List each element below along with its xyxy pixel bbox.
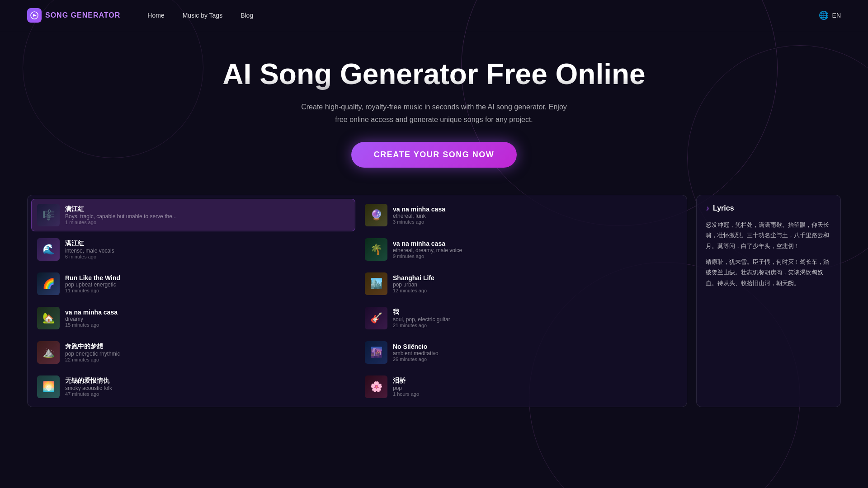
song-item-left-4[interactable]: ⛰️ 奔跑中的梦想 pop energetic rhythmic 22 minu… [31, 336, 355, 369]
song-tags: dreamy [65, 316, 349, 322]
lyrics-paragraph: 靖康耻，犹未雪。臣子恨，何时灭！驾长车，踏破贺兰山缺。壮志饥餐胡虏肉，笑谈渴饮匈… [706, 257, 831, 288]
song-columns: 🎼 满江红 Boys, tragic, capable but unable t… [31, 199, 683, 403]
song-thumb: 🏙️ [365, 272, 387, 295]
song-info: va na minha casa ethereal, funk 3 minute… [393, 206, 677, 225]
song-thumb: 🌴 [365, 238, 387, 261]
song-item-left-1[interactable]: 🌊 满江红 intense, male vocals 6 minutes ago [31, 233, 355, 266]
song-title: 满江红 [65, 205, 349, 213]
nav-links: Home Music by Tags Blog [147, 12, 818, 19]
song-info: va na minha casa ethereal, dreamy, male … [393, 240, 677, 259]
song-title: No Silêncio [393, 343, 677, 350]
hero-subtitle: Create high-quality, royalty-free music … [298, 101, 570, 125]
song-tags: ethereal, funk [393, 213, 677, 219]
song-tags: Boys, tragic, capable but unable to serv… [65, 213, 349, 220]
song-item-left-3[interactable]: 🏡 va na minha casa dreamy 15 minutes ago [31, 302, 355, 334]
song-tags: smoky acoustic folk [65, 385, 349, 391]
song-info: 我 soul, pop, electric guitar 21 minutes … [393, 308, 677, 328]
song-title: Shanghai Life [393, 274, 677, 282]
lyrics-paragraph: 怒发冲冠，凭栏处，潇潇雨歇。抬望眼，仰天长啸，壮怀激烈。三十功名尘与土，八千里路… [706, 220, 831, 251]
navbar: SONG GENERATOR Home Music by Tags Blog 🌐… [0, 0, 868, 31]
nav-home[interactable]: Home [147, 12, 164, 19]
song-item-right-4[interactable]: 🌆 No Silêncio ambient meditativo 26 minu… [359, 336, 683, 369]
lyrics-content: 怒发冲冠，凭栏处，潇潇雨歇。抬望眼，仰天长啸，壮怀激烈。三十功名尘与土，八千里路… [706, 220, 831, 288]
song-info: 满江红 Boys, tragic, capable but unable to … [65, 205, 349, 225]
song-info: 无锡的爱恨情仇 smoky acoustic folk 47 minutes a… [65, 377, 349, 397]
logo-icon [27, 8, 42, 23]
song-time: 9 minutes ago [393, 253, 677, 259]
song-item-left-2[interactable]: 🌈 Run Like the Wind pop upbeat energetic… [31, 267, 355, 300]
song-time: 26 minutes ago [393, 357, 677, 362]
song-info: Shanghai Life pop urban 12 minutes ago [393, 274, 677, 293]
song-title: 泪桥 [393, 377, 677, 385]
song-title: 我 [393, 308, 677, 316]
nav-music-by-tags[interactable]: Music by Tags [183, 12, 222, 19]
song-thumb: 🌊 [37, 238, 60, 261]
song-thumb: 🌸 [365, 375, 387, 398]
song-title: 奔跑中的梦想 [65, 343, 349, 351]
song-title: Run Like the Wind [65, 274, 349, 282]
song-item-left-0[interactable]: 🎼 满江红 Boys, tragic, capable but unable t… [31, 199, 355, 231]
song-thumb: ⛰️ [37, 341, 60, 364]
song-time: 1 hours ago [393, 391, 677, 397]
song-info: 奔跑中的梦想 pop energetic rhythmic 22 minutes… [65, 343, 349, 362]
main-content: 🎼 满江红 Boys, tragic, capable but unable t… [0, 186, 868, 416]
song-title: va na minha casa [393, 206, 677, 213]
song-info: No Silêncio ambient meditativo 26 minute… [393, 343, 677, 362]
song-list-container: 🎼 满江红 Boys, tragic, capable but unable t… [27, 195, 687, 407]
globe-icon: 🌐 [819, 10, 829, 20]
song-time: 21 minutes ago [393, 323, 677, 328]
song-tags: intense, male vocals [65, 248, 349, 254]
lang-label[interactable]: EN [832, 12, 841, 19]
song-tags: pop [393, 385, 677, 391]
nav-blog[interactable]: Blog [241, 12, 253, 19]
hero-title: AI Song Generator Free Online [9, 58, 859, 90]
song-thumb: 🏡 [37, 307, 60, 329]
lyrics-title: Lyrics [713, 204, 734, 212]
song-thumb: 🌆 [365, 341, 387, 364]
song-item-right-2[interactable]: 🏙️ Shanghai Life pop urban 12 minutes ag… [359, 267, 683, 300]
song-info: 满江红 intense, male vocals 6 minutes ago [65, 239, 349, 259]
song-time: 1 minutes ago [65, 220, 349, 225]
song-title: 满江红 [65, 239, 349, 248]
logo[interactable]: SONG GENERATOR [27, 8, 120, 23]
song-title: va na minha casa [65, 309, 349, 316]
song-item-left-5[interactable]: 🌅 无锡的爱恨情仇 smoky acoustic folk 47 minutes… [31, 371, 355, 403]
hero-section: AI Song Generator Free Online Create hig… [0, 31, 868, 186]
song-title: 无锡的爱恨情仇 [65, 377, 349, 385]
song-tags: ethereal, dreamy, male voice [393, 247, 677, 253]
cta-button[interactable]: CREATE YOUR SONG NOW [351, 142, 517, 168]
song-tags: ambient meditativo [393, 350, 677, 357]
song-tags: soul, pop, electric guitar [393, 316, 677, 323]
song-thumb: 🌈 [37, 272, 60, 295]
song-time: 11 minutes ago [65, 288, 349, 293]
song-info: Run Like the Wind pop upbeat energetic 1… [65, 274, 349, 293]
song-info: 泪桥 pop 1 hours ago [393, 377, 677, 397]
song-column-left: 🎼 满江红 Boys, tragic, capable but unable t… [31, 199, 355, 403]
song-item-right-3[interactable]: 🎸 我 soul, pop, electric guitar 21 minute… [359, 302, 683, 334]
song-time: 47 minutes ago [65, 391, 349, 397]
song-item-right-0[interactable]: 🔮 va na minha casa ethereal, funk 3 minu… [359, 199, 683, 231]
logo-text: SONG GENERATOR [45, 11, 120, 19]
song-title: va na minha casa [393, 240, 677, 247]
song-thumb: 🎸 [365, 307, 387, 329]
lyrics-icon: ♪ [706, 204, 709, 212]
song-tags: pop energetic rhythmic [65, 351, 349, 357]
song-item-right-5[interactable]: 🌸 泪桥 pop 1 hours ago [359, 371, 683, 403]
nav-right: 🌐 EN [819, 10, 841, 20]
song-time: 12 minutes ago [393, 288, 677, 293]
lyrics-header: ♪ Lyrics [706, 204, 831, 212]
song-column-right: 🔮 va na minha casa ethereal, funk 3 minu… [359, 199, 683, 403]
song-time: 22 minutes ago [65, 357, 349, 362]
song-thumb: 🎼 [37, 204, 60, 226]
song-item-right-1[interactable]: 🌴 va na minha casa ethereal, dreamy, mal… [359, 233, 683, 266]
song-time: 6 minutes ago [65, 254, 349, 259]
lyrics-panel: ♪ Lyrics 怒发冲冠，凭栏处，潇潇雨歇。抬望眼，仰天长啸，壮怀激烈。三十功… [696, 195, 841, 407]
song-tags: pop upbeat energetic [65, 282, 349, 288]
song-thumb: 🌅 [37, 375, 60, 398]
song-thumb: 🔮 [365, 204, 387, 226]
song-info: va na minha casa dreamy 15 minutes ago [65, 309, 349, 328]
song-time: 3 minutes ago [393, 219, 677, 225]
song-time: 15 minutes ago [65, 322, 349, 328]
song-tags: pop urban [393, 282, 677, 288]
